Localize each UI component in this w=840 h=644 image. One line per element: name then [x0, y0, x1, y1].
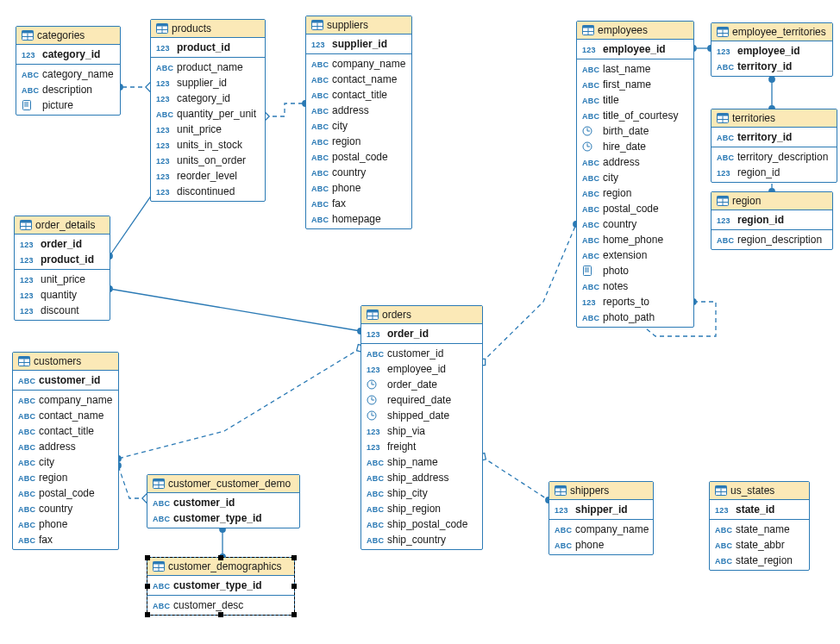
column-row[interactable]: 123region_id	[711, 165, 837, 180]
selection-handle[interactable]	[291, 555, 297, 560]
column-row[interactable]: ABCregion_description	[711, 232, 832, 247]
column-row[interactable]: ABCterritory_description	[711, 149, 837, 165]
table-shippers[interactable]: shippers123shipper_idABCcompany_nameABCp…	[549, 481, 654, 555]
column-row[interactable]: ABCfirst_name	[577, 77, 693, 92]
column-row[interactable]: ABCtitle	[577, 92, 693, 108]
column-row[interactable]: ABCpostal_code	[577, 201, 693, 216]
table-region[interactable]: region123region_idABCregion_description	[711, 191, 833, 250]
table-header[interactable]: territories	[711, 109, 837, 128]
column-row[interactable]: ABCship_country	[361, 532, 482, 547]
column-row[interactable]: ABCcontact_title	[306, 87, 411, 103]
column-row[interactable]: ABCphoto_path	[577, 309, 693, 325]
column-row[interactable]: ABCaddress	[577, 154, 693, 170]
column-row[interactable]: ABCcustomer_id	[361, 346, 482, 361]
column-row[interactable]: ABCterritory_id	[711, 129, 837, 145]
column-row[interactable]: ABCextension	[577, 247, 693, 263]
column-row[interactable]: shipped_date	[361, 408, 482, 423]
column-row[interactable]: ABCcustomer_type_id	[147, 510, 299, 526]
column-row[interactable]: ABCcustomer_id	[13, 372, 118, 388]
table-header[interactable]: customers	[13, 353, 118, 371]
column-row[interactable]: birth_date	[577, 123, 693, 139]
column-row[interactable]: ABCcustomer_id	[147, 495, 299, 510]
column-row[interactable]: ABCcontact_name	[306, 72, 411, 87]
column-row[interactable]: required_date	[361, 392, 482, 408]
column-row[interactable]: ABCcompany_name	[13, 392, 118, 408]
column-row[interactable]: ABCcountry	[577, 216, 693, 232]
column-row[interactable]: ABCpostal_code	[306, 149, 411, 165]
table-header[interactable]: order_details	[15, 216, 110, 234]
column-row[interactable]: 123employee_id	[577, 41, 693, 57]
table-header[interactable]: orders	[361, 306, 482, 324]
column-row[interactable]: ABClast_name	[577, 61, 693, 77]
table-us_states[interactable]: us_states123state_idABCstate_nameABCstat…	[709, 481, 810, 571]
column-row[interactable]: ABCcategory_name	[16, 66, 120, 82]
column-row[interactable]: ABCcustomer_desc	[147, 597, 294, 613]
column-row[interactable]: 123supplier_id	[151, 75, 265, 91]
column-row[interactable]: ABCstate_region	[710, 553, 809, 568]
column-row[interactable]: 123ship_via	[361, 423, 482, 439]
column-row[interactable]: ABCship_name	[361, 454, 482, 470]
column-row[interactable]: ABCphone	[549, 537, 653, 553]
table-products[interactable]: products123product_idABCproduct_name123s…	[150, 19, 266, 202]
column-row[interactable]: photo	[577, 263, 693, 278]
column-row[interactable]: 123unit_price	[15, 272, 110, 287]
column-row[interactable]: ABCquantity_per_unit	[151, 106, 265, 122]
column-row[interactable]: ABCregion	[306, 134, 411, 149]
column-row[interactable]: 123employee_id	[361, 361, 482, 377]
column-row[interactable]: ABCcity	[577, 170, 693, 185]
column-row[interactable]: ABCship_postal_code	[361, 516, 482, 532]
column-row[interactable]: ABCcompany_name	[549, 522, 653, 537]
column-row[interactable]: ABCship_address	[361, 470, 482, 485]
column-row[interactable]: ABCpostal_code	[13, 485, 118, 501]
column-row[interactable]: 123employee_id	[711, 43, 832, 59]
table-header[interactable]: suppliers	[306, 16, 411, 34]
column-row[interactable]: ABChomepage	[306, 211, 411, 227]
table-territories[interactable]: territoriesABCterritory_idABCterritory_d…	[711, 109, 837, 183]
column-row[interactable]: 123freight	[361, 439, 482, 454]
column-row[interactable]: 123category_id	[16, 47, 120, 62]
table-header[interactable]: employee_territories	[711, 23, 832, 41]
selection-handle[interactable]	[291, 584, 297, 589]
column-row[interactable]: ABCstate_abbr	[710, 537, 809, 553]
table-header[interactable]: customer_demographics	[147, 558, 294, 576]
column-row[interactable]: ABCcountry	[13, 501, 118, 516]
column-row[interactable]: ABCfax	[13, 532, 118, 547]
column-row[interactable]: hire_date	[577, 139, 693, 154]
table-customer_customer_demo[interactable]: customer_customer_demoABCcustomer_idABCc…	[147, 474, 300, 528]
table-header[interactable]: customer_customer_demo	[147, 475, 299, 493]
column-row[interactable]: ABCdescription	[16, 82, 120, 97]
selection-handle[interactable]	[218, 555, 223, 560]
column-row[interactable]: ABCphone	[13, 516, 118, 532]
column-row[interactable]: ABCcontact_title	[13, 423, 118, 439]
column-row[interactable]: order_date	[361, 377, 482, 392]
table-customers[interactable]: customersABCcustomer_idABCcompany_nameAB…	[12, 352, 119, 550]
column-row[interactable]: 123units_in_stock	[151, 137, 265, 153]
table-orders[interactable]: orders123order_idABCcustomer_id123employ…	[360, 305, 483, 550]
column-row[interactable]: ABCproduct_name	[151, 59, 265, 75]
column-row[interactable]: 123shipper_id	[549, 502, 653, 517]
column-row[interactable]: ABCcompany_name	[306, 56, 411, 72]
column-row[interactable]: 123category_id	[151, 91, 265, 106]
column-row[interactable]: ABCcustomer_type_id	[147, 578, 294, 593]
column-row[interactable]: 123discount	[15, 303, 110, 318]
table-employees[interactable]: employees123employee_idABClast_nameABCfi…	[576, 21, 694, 328]
column-row[interactable]: 123unit_price	[151, 122, 265, 137]
column-row[interactable]: ABCcity	[306, 118, 411, 134]
column-row[interactable]: ABCregion	[13, 470, 118, 485]
column-row[interactable]: ABCcity	[13, 454, 118, 470]
column-row[interactable]: 123state_id	[710, 502, 809, 517]
column-row[interactable]: ABCstate_name	[710, 522, 809, 537]
column-row[interactable]: 123order_id	[361, 326, 482, 341]
column-row[interactable]: 123quantity	[15, 287, 110, 303]
table-header[interactable]: us_states	[710, 482, 809, 500]
column-row[interactable]: 123discontinued	[151, 184, 265, 199]
column-row[interactable]: 123units_on_order	[151, 153, 265, 168]
column-row[interactable]: 123product_id	[151, 40, 265, 55]
column-row[interactable]: ABCfax	[306, 196, 411, 211]
table-header[interactable]: categories	[16, 27, 120, 45]
table-header[interactable]: employees	[577, 22, 693, 40]
column-row[interactable]: ABCaddress	[306, 103, 411, 118]
column-row[interactable]: 123product_id	[15, 252, 110, 267]
column-row[interactable]: ABCcountry	[306, 165, 411, 180]
column-row[interactable]: ABCtitle_of_courtesy	[577, 108, 693, 123]
